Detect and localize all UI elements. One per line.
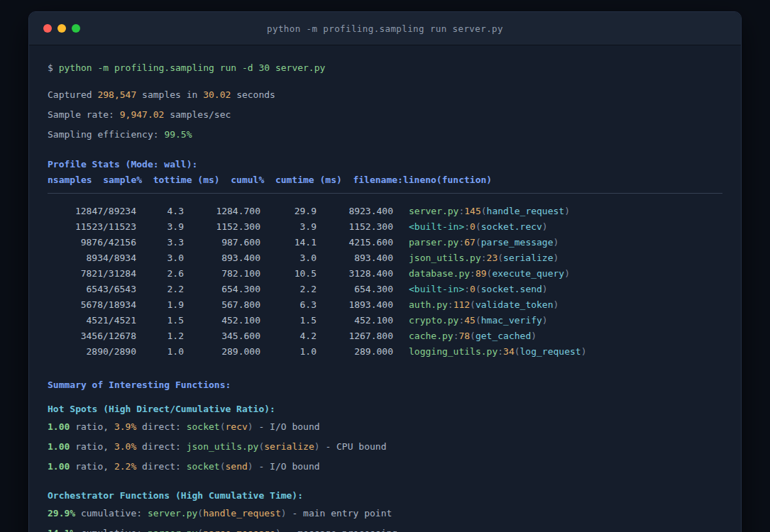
- duration-value: 30.02: [203, 89, 231, 100]
- filename: parser.py: [409, 237, 458, 248]
- tottime-cell: 567.800: [184, 297, 260, 313]
- nsamples-cell: 5678/18934: [48, 297, 136, 313]
- cumul-pct-cell: 3.0: [260, 250, 317, 266]
- orchestrators-heading: Orchestrator Functions (High Cumulative …: [48, 489, 722, 503]
- table-row: 3456/12678 1.2 345.600 4.2 1267.800 cach…: [48, 328, 722, 344]
- command-line: $ python -m profiling.sampling run -d 30…: [48, 61, 722, 75]
- stats-column-headers: nsamples sample% tottime (ms) cumul% cum…: [48, 173, 722, 187]
- table-row: 4521/4521 1.5 452.100 1.5 452.100 crypto…: [48, 313, 722, 328]
- line-number: 0: [470, 221, 475, 232]
- cumul-pct-cell: 29.9: [260, 204, 317, 219]
- table-row: 5678/18934 1.9 567.800 6.3 1893.400 auth…: [48, 297, 722, 313]
- cumtime-cell: 289.000: [317, 344, 393, 360]
- tottime-cell: 289.000: [184, 344, 260, 360]
- stats-table-body: 12847/89234 4.3 1284.700 29.9 8923.400 s…: [48, 204, 722, 360]
- hot-spots-heading: Hot Spots (High Direct/Cumulative Ratio)…: [48, 402, 722, 416]
- command-text: python -m profiling.sampling run -d 30 s…: [59, 62, 326, 73]
- rate-label: Sample rate:: [48, 109, 120, 120]
- filename: <built-in>: [409, 284, 464, 294]
- location-cell: logging_utils.py:34(log_request): [409, 344, 586, 360]
- line-number: 145: [464, 206, 480, 216]
- function-name: serialize: [503, 253, 553, 263]
- filename: crypto.py: [409, 315, 458, 326]
- nsamples-cell: 3456/12678: [48, 328, 136, 344]
- tottime-cell: 1284.700: [184, 204, 260, 219]
- line-number: 45: [464, 315, 475, 326]
- terminal-window: python -m profiling.sampling run server.…: [28, 11, 742, 532]
- captured-label: Captured: [48, 89, 97, 100]
- line-number: 0: [470, 284, 475, 294]
- table-row: 2890/2890 1.0 289.000 1.0 289.000 loggin…: [48, 344, 722, 360]
- nsamples-cell: 11523/11523: [48, 219, 136, 235]
- nsamples-cell: 8934/8934: [48, 250, 136, 266]
- function-name: socket.recv: [481, 221, 542, 232]
- location-cell: database.py:89(execute_query): [409, 266, 570, 282]
- cumtime-cell: 654.300: [317, 282, 393, 297]
- filename: logging_utils.py: [409, 346, 497, 357]
- nsamples-cell: 6543/6543: [48, 282, 136, 297]
- table-row: 9876/42156 3.3 987.600 14.1 4215.600 par…: [48, 235, 722, 250]
- cumtime-cell: 452.100: [317, 313, 393, 328]
- function-name: socket.send: [481, 284, 542, 294]
- cumtime-cell: 4215.600: [317, 235, 393, 250]
- cumul-pct-cell: 14.1: [260, 235, 317, 250]
- line-number: 34: [503, 346, 515, 357]
- cumul-pct-cell: 4.2: [260, 328, 317, 344]
- cumtime-cell: 1152.300: [317, 219, 393, 235]
- line-number: 78: [458, 331, 470, 341]
- function-name: get_cached: [475, 331, 531, 341]
- location-cell: <built-in>:0(socket.send): [409, 282, 548, 297]
- sample-pct-cell: 1.2: [136, 328, 184, 344]
- rate-value: 9,947.02: [120, 109, 165, 120]
- filename: database.py: [409, 268, 470, 279]
- nsamples-cell: 2890/2890: [48, 344, 136, 360]
- tottime-cell: 345.600: [184, 328, 260, 344]
- nsamples-cell: 7821/31284: [48, 266, 136, 282]
- tottime-cell: 893.400: [184, 250, 260, 266]
- window-title: python -m profiling.sampling run server.…: [29, 23, 741, 34]
- tottime-cell: 782.100: [184, 266, 260, 282]
- close-button[interactable]: [43, 24, 52, 33]
- filename: json_utils.py: [409, 253, 481, 263]
- tottime-cell: 987.600: [184, 235, 260, 250]
- table-row: 11523/11523 3.9 1152.300 3.9 1152.300 <b…: [48, 219, 722, 235]
- filename: server.py: [409, 206, 458, 216]
- tottime-cell: 654.300: [184, 282, 260, 297]
- cumul-pct-cell: 2.2: [260, 282, 317, 297]
- stats-heading: Profile Stats (Mode: wall):: [48, 157, 722, 172]
- table-row: 7821/31284 2.6 782.100 10.5 3128.400 dat…: [48, 266, 722, 282]
- filename: auth.py: [409, 299, 448, 310]
- sample-pct-cell: 3.0: [136, 250, 184, 266]
- sample-rate-line: Sample rate: 9,947.02 samples/sec: [48, 108, 722, 122]
- minimize-button[interactable]: [57, 24, 66, 33]
- tottime-cell: 452.100: [184, 313, 260, 328]
- nsamples-cell: 12847/89234: [48, 204, 136, 219]
- sample-pct-cell: 1.0: [136, 344, 184, 360]
- function-name: validate_token: [475, 299, 554, 310]
- sample-pct-cell: 3.3: [136, 235, 184, 250]
- hot-spot-line: 1.00 ratio, 3.0% direct: json_utils.py(s…: [48, 440, 722, 454]
- filename: cache.py: [409, 331, 453, 341]
- sample-pct-cell: 4.3: [136, 204, 184, 219]
- location-cell: json_utils.py:23(serialize): [409, 250, 559, 266]
- location-cell: server.py:145(handle_request): [409, 204, 570, 219]
- hot-spot-line: 1.00 ratio, 2.2% direct: socket(send) - …: [48, 460, 722, 474]
- maximize-button[interactable]: [72, 24, 80, 33]
- filename: <built-in>: [409, 221, 464, 232]
- sample-pct-cell: 2.6: [136, 266, 184, 282]
- samples-count: 298,547: [97, 89, 136, 100]
- window-titlebar: python -m profiling.sampling run server.…: [29, 12, 741, 45]
- cumtime-cell: 3128.400: [317, 266, 393, 282]
- function-name: handle_request: [487, 206, 565, 216]
- cumul-pct-cell: 6.3: [260, 297, 317, 313]
- sample-pct-cell: 1.5: [136, 313, 184, 328]
- orchestrator-line: 29.9% cumulative: server.py(handle_reque…: [48, 506, 722, 521]
- cumtime-cell: 8923.400: [317, 204, 393, 219]
- summary-heading: Summary of Interesting Functions:: [48, 378, 722, 392]
- orchestrator-line: 14.1% cumulative: parser.py(parse_messag…: [48, 526, 722, 532]
- nsamples-cell: 4521/4521: [48, 313, 136, 328]
- window-controls: [43, 24, 80, 33]
- line-number: 67: [464, 237, 475, 248]
- function-name: hmac_verify: [481, 315, 542, 326]
- terminal-body: $ python -m profiling.sampling run -d 30…: [29, 45, 741, 532]
